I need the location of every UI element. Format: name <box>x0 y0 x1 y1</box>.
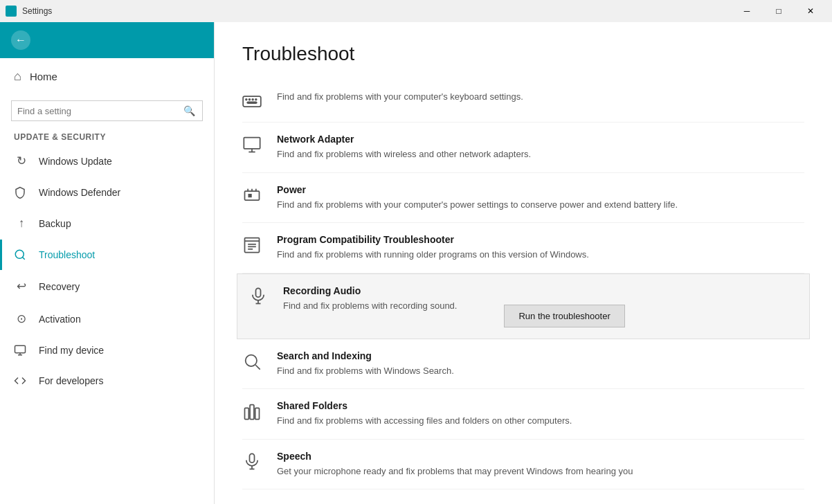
run-troubleshooter-button[interactable]: Run the troubleshooter <box>504 305 624 327</box>
speech-icon <box>242 451 264 471</box>
find-my-device-icon <box>14 344 29 357</box>
speech-desc: Get your microphone ready and fix proble… <box>277 465 804 478</box>
program-icon <box>242 234 264 255</box>
home-label: Home <box>30 71 57 82</box>
network-icon <box>242 134 264 154</box>
nav-label-for-developers: For developers <box>39 375 103 386</box>
app-body: ← ⌂ Home 🔍 Update & Security ↻ Windows U… <box>0 22 832 504</box>
sidebar-item-find-my-device[interactable]: Find my device <box>0 335 214 366</box>
power-icon <box>242 184 264 205</box>
svg-point-0 <box>15 250 24 258</box>
list-item: Power Find and fix problems with your co… <box>242 173 804 224</box>
shared-folders-desc: Find and fix problems with accessing fil… <box>277 414 804 428</box>
list-item: Find and fix problems with your computer… <box>242 79 804 123</box>
minimize-button[interactable]: ─ <box>731 0 763 22</box>
sidebar-item-windows-update[interactable]: ↻ Windows Update <box>0 145 214 177</box>
sidebar-header: ← <box>0 22 214 58</box>
list-item: Recording Audio Find and fix problems wi… <box>237 273 810 339</box>
close-button[interactable]: ✕ <box>795 0 826 22</box>
title-bar: Settings ─ □ ✕ <box>0 0 832 22</box>
sidebar-item-activation[interactable]: ⊙ Activation <box>0 303 214 335</box>
network-title: Network Adapter <box>277 134 804 145</box>
program-title: Program Compatibility Troubleshooter <box>277 234 804 245</box>
sidebar-item-backup[interactable]: ↑ Backup <box>0 208 214 240</box>
svg-point-27 <box>246 354 257 366</box>
svg-line-28 <box>255 365 260 369</box>
shield-icon <box>14 186 29 199</box>
recording-audio-title: Recording Audio <box>283 285 457 296</box>
app-icon <box>6 6 17 17</box>
sidebar-item-recovery[interactable]: ↩ Recovery <box>0 270 214 303</box>
program-desc: Find and fix problems with running older… <box>277 248 804 262</box>
section-label: Update & Security <box>0 127 214 145</box>
svg-line-1 <box>22 257 24 259</box>
power-title: Power <box>277 184 804 195</box>
shared-folders-icon <box>242 400 264 421</box>
svg-rect-11 <box>244 138 260 149</box>
title-bar-title: Settings <box>22 6 52 16</box>
sidebar-item-home[interactable]: ⌂ Home <box>0 58 214 95</box>
svg-rect-32 <box>250 453 255 462</box>
sidebar-item-windows-defender[interactable]: Windows Defender <box>0 177 214 208</box>
search-indexing-desc: Find and fix problems with Windows Searc… <box>277 364 804 378</box>
recovery-icon: ↩ <box>14 279 29 294</box>
sidebar-nav: ↻ Windows Update Windows Defender ↑ Back… <box>0 145 214 504</box>
sidebar-item-troubleshoot[interactable]: Troubleshoot <box>0 240 214 270</box>
nav-label-troubleshoot: Troubleshoot <box>39 249 95 260</box>
svg-rect-24 <box>256 288 261 297</box>
search-box: 🔍 <box>11 100 203 121</box>
window-controls: ─ □ ✕ <box>731 0 826 22</box>
svg-rect-14 <box>245 191 260 200</box>
recording-audio-desc: Find and fix problems with recording sou… <box>283 299 457 313</box>
home-icon: ⌂ <box>14 69 21 84</box>
nav-label-windows-defender: Windows Defender <box>39 187 120 198</box>
sidebar: ← ⌂ Home 🔍 Update & Security ↻ Windows U… <box>0 22 215 504</box>
search-indexing-title: Search and Indexing <box>277 350 804 361</box>
svg-rect-19 <box>245 238 260 253</box>
search-icon <box>242 350 264 371</box>
nav-label-recovery: Recovery <box>39 281 80 292</box>
nav-label-backup: Backup <box>39 218 71 229</box>
list-item: Search and Indexing Find and fix problem… <box>242 339 804 390</box>
search-button[interactable]: 🔍 <box>177 101 202 120</box>
nav-label-windows-update: Windows Update <box>39 156 112 167</box>
troubleshoot-icon <box>14 249 29 261</box>
backup-icon: ↑ <box>14 217 29 231</box>
list-item: Speech Get your microphone ready and fix… <box>242 440 804 490</box>
power-desc: Find and fix problems with your computer… <box>277 198 804 212</box>
network-desc: Find and fix problems with wireless and … <box>277 147 804 161</box>
page-title: Troubleshoot <box>242 43 804 65</box>
svg-rect-30 <box>250 405 254 420</box>
nav-label-find-my-device: Find my device <box>39 345 104 356</box>
keyboard-icon <box>242 90 264 111</box>
svg-rect-2 <box>15 345 26 353</box>
windows-update-icon: ↻ <box>14 154 29 168</box>
keyboard-desc: Find and fix problems with your computer… <box>277 90 804 104</box>
svg-rect-18 <box>248 194 251 197</box>
search-input[interactable] <box>12 102 177 120</box>
svg-rect-29 <box>245 408 249 419</box>
sidebar-item-for-developers[interactable]: For developers <box>0 366 214 396</box>
main-content: Troubleshoot Find and fix problems with … <box>215 22 832 504</box>
list-item: Program Compatibility Troubleshooter Fin… <box>242 223 804 273</box>
nav-label-activation: Activation <box>39 314 81 325</box>
activation-icon: ⊙ <box>14 312 29 326</box>
list-item: Shared Folders Find and fix problems wit… <box>242 389 804 440</box>
microphone-icon <box>248 285 271 306</box>
back-button[interactable]: ← <box>11 30 30 50</box>
svg-rect-31 <box>255 408 260 419</box>
list-item: Network Adapter Find and fix problems wi… <box>242 123 804 173</box>
maximize-button[interactable]: □ <box>763 0 795 22</box>
speech-title: Speech <box>277 451 804 462</box>
shared-folders-title: Shared Folders <box>277 400 804 411</box>
developers-icon <box>14 375 29 387</box>
